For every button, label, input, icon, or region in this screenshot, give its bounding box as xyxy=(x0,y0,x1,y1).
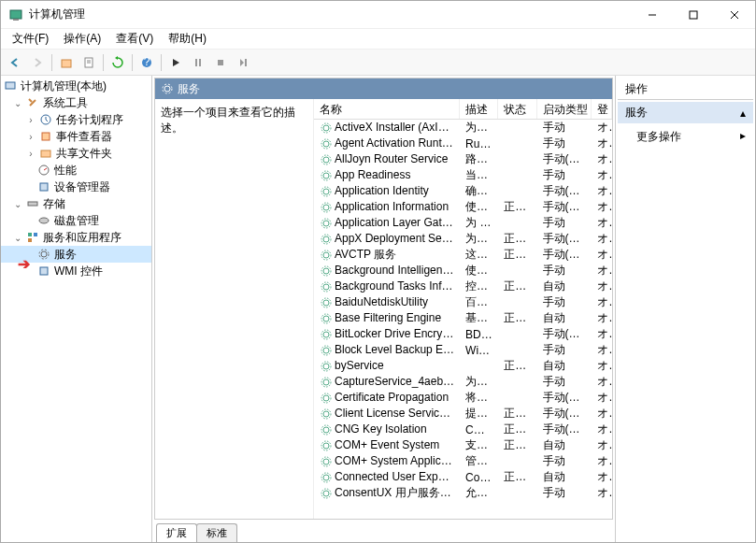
table-row[interactable]: ActiveX Installer (AxInstSV)为从...手动オ xyxy=(314,120,612,136)
tree-label: 存储 xyxy=(43,196,65,212)
table-row[interactable]: byService正在...自动オ xyxy=(314,358,612,374)
maximize-button[interactable] xyxy=(673,1,714,29)
computer-icon xyxy=(3,79,18,93)
gear-icon xyxy=(320,487,333,500)
tree-performance[interactable]: 性能 xyxy=(1,162,151,179)
table-row[interactable]: Certificate Propagation将用...手动(触发...オ xyxy=(314,390,612,406)
menu-action[interactable]: 操作(A) xyxy=(56,29,108,49)
gear-icon xyxy=(320,471,333,484)
svg-point-48 xyxy=(323,252,329,258)
event-icon xyxy=(38,129,53,144)
stop-service-button[interactable] xyxy=(210,52,231,73)
table-row[interactable]: COM+ System Application管理...手动オ xyxy=(314,453,612,469)
refresh-button[interactable] xyxy=(107,52,128,73)
svg-rect-18 xyxy=(42,133,50,140)
table-row[interactable]: AVCTP 服务这是...正在...手动(触发...オ xyxy=(314,247,612,263)
col-state[interactable]: 状态 xyxy=(498,99,536,119)
col-desc[interactable]: 描述 xyxy=(460,99,498,119)
table-row[interactable]: Background Intelligent Tra...使用...手动オ xyxy=(314,263,612,279)
clock-icon xyxy=(38,112,53,127)
gear-icon xyxy=(320,439,333,452)
tree-label: 设备管理器 xyxy=(54,179,110,195)
tree-root[interactable]: 计算机管理(本地) xyxy=(1,78,151,94)
table-row[interactable]: CNG Key IsolationCNG...正在...手动(触发...オ xyxy=(314,422,612,437)
table-row[interactable]: Base Filtering Engine基本...正在...自动オ xyxy=(314,310,612,326)
table-row[interactable]: CaptureService_4aeb7ca为调...手动オ xyxy=(314,374,612,390)
table-row[interactable]: AllJoyn Router Service路由...手动(触发...オ xyxy=(314,151,612,167)
expander-icon[interactable]: › xyxy=(25,131,36,142)
tree-label: 磁盘管理 xyxy=(54,213,99,229)
navigation-tree[interactable]: 计算机管理(本地) ⌄ 系统工具 › 任务计划程序 › 事件查看器 › 共享文件… xyxy=(1,76,152,542)
svg-point-70 xyxy=(323,427,329,433)
svg-point-38 xyxy=(323,173,329,179)
table-row[interactable]: Connected User Experienc...Con...正在...自动… xyxy=(314,469,612,485)
tree-services-apps[interactable]: ⌄ 服务和应用程序 xyxy=(1,229,151,246)
table-row[interactable]: Application Information使用...正在...手动(触发..… xyxy=(314,199,612,215)
table-row[interactable]: Application Layer Gateway ...为 In...手动オ xyxy=(314,215,612,231)
actions-more[interactable]: 更多操作 ▸ xyxy=(618,125,753,149)
menu-view[interactable]: 查看(V) xyxy=(108,29,161,49)
actions-pane: 操作 服务 ▴ 更多操作 ▸ xyxy=(615,76,755,542)
table-row[interactable]: ConsentUX 用户服务_4aeb...允许...手动オ xyxy=(314,485,612,501)
svg-point-52 xyxy=(323,284,329,290)
col-name[interactable]: 名称 xyxy=(314,99,460,119)
menu-file[interactable]: 文件(F) xyxy=(5,29,56,49)
svg-point-76 xyxy=(323,475,329,480)
expander-icon[interactable]: ⌄ xyxy=(12,198,23,209)
close-button[interactable] xyxy=(714,1,755,29)
table-row[interactable]: Block Level Backup Engine ...Win...手动オ xyxy=(314,342,612,358)
expander-icon[interactable]: ⌄ xyxy=(12,97,23,108)
tree-label: 共享文件夹 xyxy=(56,146,112,162)
back-button[interactable] xyxy=(5,52,25,73)
up-button[interactable] xyxy=(56,52,77,73)
table-row[interactable]: Background Tasks Infrastru...控制...正在...自… xyxy=(314,279,612,294)
expander-icon[interactable]: ⌄ xyxy=(12,232,23,243)
collapse-icon[interactable]: ▴ xyxy=(740,107,746,120)
properties-button[interactable] xyxy=(78,52,99,73)
tree-label: 计算机管理(本地) xyxy=(21,79,107,94)
list-rows: ActiveX Installer (AxInstSV)为从...手动オAgen… xyxy=(314,120,612,501)
table-row[interactable]: BitLocker Drive Encryption ...BDE...手动(触… xyxy=(314,326,612,342)
col-logon[interactable]: 登 xyxy=(592,99,612,119)
table-row[interactable]: Client License Service (Clip...提供...正在..… xyxy=(314,406,612,422)
expander-icon[interactable]: › xyxy=(25,114,36,125)
table-row[interactable]: COM+ Event System支持...正在...自动オ xyxy=(314,437,612,453)
tree-disk-management[interactable]: 磁盘管理 xyxy=(1,212,151,229)
tree-device-manager[interactable]: 设备管理器 xyxy=(1,179,151,195)
table-row[interactable]: Agent Activation Runtime_...Runt...手动オ xyxy=(314,136,612,151)
tree-event-viewer[interactable]: › 事件查看器 xyxy=(1,128,151,145)
menu-help[interactable]: 帮助(H) xyxy=(161,29,214,49)
start-service-button[interactable] xyxy=(165,52,186,73)
tab-extended[interactable]: 扩展 xyxy=(156,523,197,542)
gear-icon xyxy=(320,455,333,468)
tree-system-tools[interactable]: ⌄ 系统工具 xyxy=(1,94,151,111)
tools-icon xyxy=(25,95,40,110)
pause-service-button[interactable] xyxy=(188,52,208,73)
svg-rect-21 xyxy=(40,183,48,191)
svg-point-74 xyxy=(323,459,329,464)
tree-label: 服务 xyxy=(54,247,77,263)
tree-storage[interactable]: ⌄ 存储 xyxy=(1,195,151,212)
table-row[interactable]: AppX Deployment Service ...为部...正在...手动(… xyxy=(314,231,612,247)
svg-point-66 xyxy=(323,395,329,401)
restart-service-button[interactable] xyxy=(233,52,253,73)
gear-icon xyxy=(320,280,333,293)
minimize-button[interactable] xyxy=(632,1,673,29)
tab-standard[interactable]: 标准 xyxy=(196,523,237,542)
forward-button[interactable] xyxy=(27,52,48,73)
actions-category-label: 服务 xyxy=(625,105,648,121)
services-list[interactable]: 名称 描述 状态 启动类型 登 ActiveX Installer (AxIns… xyxy=(314,99,612,519)
table-row[interactable]: BaiduNetdiskUtility百度...手动オ xyxy=(314,294,612,310)
table-row[interactable]: Application Identity确定...手动(触发...オ xyxy=(314,183,612,199)
tree-shared-folders[interactable]: › 共享文件夹 xyxy=(1,145,151,162)
gear-icon xyxy=(320,185,333,198)
table-row[interactable]: App Readiness当用...手动オ xyxy=(314,167,612,183)
col-start[interactable]: 启动类型 xyxy=(537,99,592,119)
expander-icon[interactable]: › xyxy=(25,148,36,159)
svg-point-60 xyxy=(323,348,329,353)
view-tabs: 扩展 标准 xyxy=(152,522,615,542)
tree-task-scheduler[interactable]: › 任务计划程序 xyxy=(1,111,151,128)
actions-category[interactable]: 服务 ▴ xyxy=(618,102,753,123)
gear-icon xyxy=(320,153,333,166)
help-button[interactable]: ? xyxy=(136,52,157,73)
